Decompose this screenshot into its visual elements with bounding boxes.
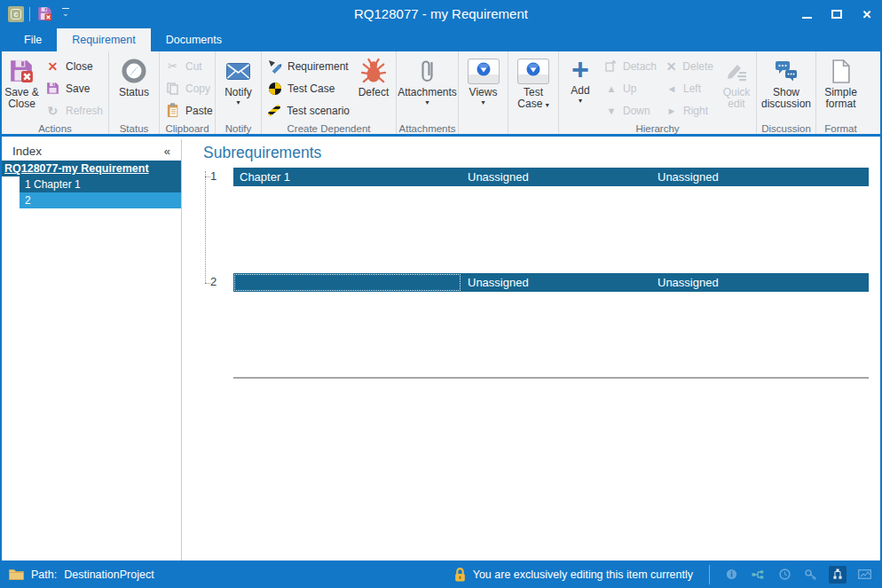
image-view-button[interactable] bbox=[855, 566, 873, 584]
tab-documents[interactable]: Documents bbox=[151, 28, 237, 51]
group-label-discussion: Discussion bbox=[757, 123, 815, 134]
window-title: RQ128077 - my Requirement bbox=[0, 6, 882, 21]
group-create-dependent: Requirement Test Case bbox=[262, 51, 397, 134]
key-icon bbox=[805, 568, 817, 580]
right-button[interactable]: ► Right bbox=[661, 99, 718, 122]
close-icon: ✕ bbox=[45, 59, 60, 74]
create-requirement-button[interactable]: Requirement bbox=[263, 55, 354, 77]
lock-icon bbox=[454, 568, 466, 582]
detach-button[interactable]: Detach bbox=[601, 55, 661, 77]
subrequirement-row-2[interactable]: Unassigned Unassigned bbox=[233, 273, 869, 292]
delete-button[interactable]: ✕ Delete bbox=[661, 55, 718, 77]
create-test-case-button[interactable]: Test Case bbox=[263, 77, 354, 99]
right-arrow-icon: ► bbox=[665, 106, 678, 116]
simple-format-button[interactable]: Simple format bbox=[819, 53, 863, 112]
group-actions: Save & Close ✕ Close bbox=[2, 51, 109, 134]
path-label: Path: bbox=[31, 568, 57, 581]
add-button[interactable]: + Add ▾ bbox=[560, 53, 601, 106]
notify-envelope-icon bbox=[226, 63, 250, 80]
refresh-icon: ↻ bbox=[45, 104, 60, 118]
quick-edit-button[interactable]: Quick edit bbox=[718, 53, 755, 112]
dropdown-arrow-icon: ▾ bbox=[481, 99, 484, 106]
tab-requirement[interactable]: Requirement bbox=[57, 28, 151, 51]
refresh-button[interactable]: ↻ Refresh bbox=[41, 99, 107, 122]
close-window-button[interactable]: ✕ bbox=[852, 0, 882, 28]
row1-assignee-cell[interactable]: Unassigned bbox=[461, 168, 651, 186]
history-button[interactable] bbox=[776, 566, 793, 584]
collapse-panel-icon[interactable]: « bbox=[164, 145, 170, 158]
image-icon bbox=[858, 569, 871, 579]
save-button[interactable]: Save bbox=[41, 77, 107, 99]
maximize-button[interactable] bbox=[822, 0, 852, 28]
defect-bug-icon bbox=[361, 58, 386, 84]
cut-icon: ✂ bbox=[165, 59, 180, 73]
application-window: c ⌄ RQ128077 - my Requirement ✕ File Req… bbox=[0, 0, 882, 588]
status-button[interactable]: Status bbox=[117, 53, 151, 100]
up-button[interactable]: ▲ Up bbox=[601, 77, 661, 99]
maximize-icon bbox=[831, 10, 842, 19]
discussion-bubbles-icon bbox=[774, 60, 799, 82]
row2-verifier-cell[interactable]: Unassigned bbox=[651, 273, 869, 292]
save-close-button[interactable]: Save & Close bbox=[3, 53, 41, 112]
group-notify: Notify ▾ Notify bbox=[216, 51, 262, 134]
hierarchy-view-button[interactable] bbox=[829, 566, 847, 584]
group-label-format: Format bbox=[816, 123, 865, 134]
left-button[interactable]: ◄ Left bbox=[661, 77, 718, 99]
group-label-attachments: Attachments bbox=[397, 123, 458, 134]
delete-icon: ✕ bbox=[665, 59, 677, 74]
dropdown-arrow-icon: ▾ bbox=[236, 99, 240, 106]
row1-verifier-cell[interactable]: Unassigned bbox=[651, 168, 869, 186]
group-attachments: Attachments ▾ Attachments bbox=[397, 51, 459, 134]
row1-title-cell[interactable]: Chapter 1 bbox=[233, 168, 461, 186]
group-label-create-dependent: Create Dependent bbox=[262, 123, 396, 134]
traceability-button[interactable] bbox=[749, 566, 767, 584]
title-bar: c ⌄ RQ128077 - my Requirement ✕ bbox=[0, 0, 882, 28]
info-icon bbox=[726, 568, 737, 580]
tab-file[interactable]: File bbox=[9, 28, 57, 51]
group-hierarchy: + Add ▾ Detach bbox=[559, 51, 757, 134]
subrequirements-panel: Subrequirements 1 Chapter 1 Unassigned U… bbox=[183, 139, 880, 561]
cut-button[interactable]: ✂ Cut bbox=[161, 55, 217, 77]
subrequirement-row-1[interactable]: Chapter 1 Unassigned Unassigned bbox=[233, 168, 869, 186]
attachments-button[interactable]: Attachments ▾ bbox=[396, 53, 459, 108]
row-index-1: 1 bbox=[210, 169, 217, 183]
blue-circle-down-icon bbox=[526, 62, 540, 76]
traceability-branch-icon bbox=[752, 569, 764, 580]
group-clipboard: ✂ Cut Copy bbox=[160, 51, 216, 134]
copy-button[interactable]: Copy bbox=[161, 77, 217, 99]
tree-item-2[interactable]: 2 bbox=[20, 192, 181, 208]
test-case-views-button[interactable]: Test Case ▾ bbox=[511, 53, 555, 113]
tree-item-root[interactable]: RQ128077-my Requirement bbox=[2, 161, 181, 176]
requirement-pencil-icon bbox=[267, 59, 282, 74]
attachments-paperclip-icon bbox=[419, 57, 437, 85]
views-button[interactable]: Views ▾ bbox=[466, 53, 501, 108]
group-format: Simple format Format bbox=[816, 51, 865, 134]
row2-title-cell[interactable] bbox=[233, 273, 461, 292]
down-button[interactable]: ▼ Down bbox=[601, 99, 661, 122]
show-discussion-button[interactable]: Show discussion bbox=[759, 53, 814, 112]
window-controls: ✕ bbox=[791, 0, 882, 28]
up-arrow-icon: ▲ bbox=[605, 83, 618, 94]
notify-button[interactable]: Notify ▾ bbox=[223, 53, 254, 108]
tree-item-chapter1[interactable]: 1 Chapter 1 bbox=[20, 176, 181, 192]
statusbar-divider bbox=[709, 565, 710, 584]
group-label-status: Status bbox=[109, 123, 159, 134]
row2-assignee-cell[interactable]: Unassigned bbox=[461, 273, 651, 292]
test-case-icon bbox=[267, 82, 282, 95]
group-discussion: Show discussion Discussion bbox=[757, 51, 816, 134]
dropdown-arrow-icon: ▾ bbox=[579, 98, 582, 105]
create-test-scenario-button[interactable]: Test scenario bbox=[263, 99, 354, 122]
info-button[interactable] bbox=[722, 566, 740, 584]
ribbon: Save & Close ✕ Close bbox=[2, 51, 880, 137]
paste-icon bbox=[165, 103, 180, 118]
defect-button[interactable]: Defect bbox=[354, 53, 393, 100]
test-scenario-icon bbox=[267, 108, 281, 113]
close-button[interactable]: ✕ Close bbox=[41, 55, 107, 77]
group-test-case: Test Case ▾ bbox=[508, 51, 559, 134]
detach-icon bbox=[605, 60, 618, 72]
minimize-button[interactable] bbox=[791, 0, 822, 28]
folder-icon bbox=[9, 568, 24, 580]
paste-button[interactable]: Paste bbox=[161, 99, 217, 122]
key-button[interactable] bbox=[802, 566, 820, 584]
test-case-framed-icon bbox=[517, 59, 549, 84]
